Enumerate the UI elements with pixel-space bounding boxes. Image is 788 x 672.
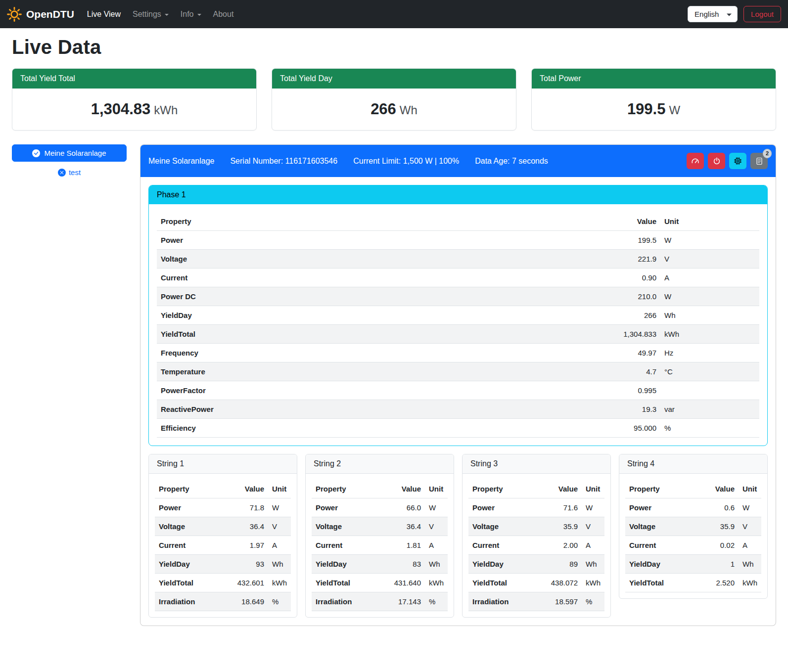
phase-body: Property Value Unit Power bbox=[149, 204, 767, 446]
string-title: String 1 bbox=[149, 454, 297, 474]
row-unit: % bbox=[425, 592, 448, 611]
nav-item-settings[interactable]: Settings bbox=[127, 6, 175, 23]
phase-table-body: Power 199.5 W Voltage 221.9 V bbox=[157, 231, 759, 438]
table-row: Current 1.97 A bbox=[155, 536, 291, 555]
brand-name: OpenDTU bbox=[26, 8, 74, 20]
row-value: 71.6 bbox=[543, 498, 582, 517]
string-table: Property Value Unit Power 0.6 bbox=[625, 480, 761, 592]
page-title: Live Data bbox=[12, 36, 776, 58]
row-value: 2.00 bbox=[543, 536, 582, 555]
string-card-4: String 4 Property Value Unit bbox=[619, 454, 768, 599]
string-title: String 2 bbox=[306, 454, 454, 474]
table-row: YieldDay 89 Wh bbox=[468, 555, 604, 574]
table-row: YieldDay 83 Wh bbox=[312, 555, 448, 574]
summary-card: Total Power 199.5W bbox=[531, 68, 776, 131]
row-unit: °C bbox=[660, 362, 759, 381]
row-value: 221.9 bbox=[601, 250, 660, 269]
table-row: Power DC 210.0 W bbox=[157, 287, 759, 306]
row-value: 2.520 bbox=[700, 574, 739, 592]
row-value: 18.649 bbox=[230, 592, 268, 611]
row-value: 17.143 bbox=[386, 592, 425, 611]
logout-button[interactable]: Logout bbox=[743, 6, 781, 22]
language-select[interactable]: English bbox=[688, 6, 738, 22]
row-property: Power bbox=[312, 498, 386, 517]
row-value: 83 bbox=[386, 555, 425, 574]
table-row: Power 0.6 W bbox=[625, 498, 761, 517]
row-property: YieldTotal bbox=[155, 574, 230, 592]
row-value: 266 bbox=[601, 306, 660, 325]
row-unit: A bbox=[739, 536, 761, 555]
row-property: Temperature bbox=[157, 362, 601, 381]
row-value: 19.3 bbox=[601, 400, 660, 419]
row-property: YieldDay bbox=[468, 555, 543, 574]
col-property: Property bbox=[157, 212, 601, 231]
summary-unit: W bbox=[669, 103, 680, 117]
row-unit: A bbox=[582, 536, 604, 555]
table-header-row: Property Value Unit bbox=[312, 480, 448, 498]
row-unit: W bbox=[582, 498, 604, 517]
row-property: YieldDay bbox=[157, 306, 601, 325]
table-row: YieldTotal 2.520 kWh bbox=[625, 574, 761, 592]
row-unit: W bbox=[660, 231, 759, 250]
summary-cards-row: Total Yield Total 1,304.83kWh Total Yiel… bbox=[12, 68, 776, 131]
row-property: YieldTotal bbox=[468, 574, 543, 592]
row-unit: Wh bbox=[582, 555, 604, 574]
row-value: 49.97 bbox=[601, 344, 660, 362]
nav-item-about[interactable]: About bbox=[207, 6, 240, 23]
row-property: Irradiation bbox=[468, 592, 543, 611]
table-row: Irradiation 17.143 % bbox=[312, 592, 448, 611]
row-value: 1,304.833 bbox=[601, 325, 660, 344]
row-property: Voltage bbox=[468, 517, 543, 536]
nav-item-info[interactable]: Info bbox=[175, 6, 207, 23]
row-unit: kWh bbox=[739, 574, 761, 592]
row-value: 89 bbox=[543, 555, 582, 574]
chevron-down-icon bbox=[197, 14, 201, 16]
device-info-button[interactable] bbox=[729, 153, 746, 169]
summary-card-body: 266Wh bbox=[272, 89, 516, 130]
nav-item-live-view[interactable]: Live View bbox=[81, 6, 127, 23]
row-value: 438.072 bbox=[543, 574, 582, 592]
table-row: Irradiation 18.597 % bbox=[468, 592, 604, 611]
row-property: Voltage bbox=[155, 517, 230, 536]
row-unit: Wh bbox=[268, 555, 291, 574]
string-table: Property Value Unit Power 71. bbox=[155, 480, 291, 611]
row-unit: Wh bbox=[425, 555, 448, 574]
row-unit: V bbox=[268, 517, 291, 536]
inverter-card-header: Meine Solaranlage Serial Number: 1161716… bbox=[140, 145, 776, 177]
row-property: YieldTotal bbox=[625, 574, 700, 592]
col-unit: Unit bbox=[425, 480, 448, 498]
row-unit: W bbox=[660, 287, 759, 306]
row-unit: kWh bbox=[660, 325, 759, 344]
limit-settings-button[interactable] bbox=[687, 153, 704, 169]
row-value: 0.995 bbox=[601, 381, 660, 400]
inverter-select-button[interactable]: Meine Solaranlage bbox=[12, 144, 127, 162]
top-navbar: OpenDTU Live View Settings Info About En… bbox=[0, 0, 788, 28]
row-value: 36.4 bbox=[386, 517, 425, 536]
row-unit: V bbox=[739, 517, 761, 536]
row-property: YieldDay bbox=[312, 555, 386, 574]
row-unit: W bbox=[739, 498, 761, 517]
row-property: Current bbox=[625, 536, 700, 555]
col-value: Value bbox=[700, 480, 739, 498]
row-property: Power bbox=[155, 498, 230, 517]
string-card-2: String 2 Property Value Unit bbox=[305, 454, 454, 618]
col-property: Property bbox=[155, 480, 230, 498]
chevron-down-icon bbox=[165, 14, 169, 16]
power-button[interactable] bbox=[708, 153, 725, 169]
row-unit: A bbox=[268, 536, 291, 555]
brand[interactable]: OpenDTU bbox=[7, 7, 74, 22]
row-property: Frequency bbox=[157, 344, 601, 362]
event-log-button[interactable]: 2 bbox=[750, 153, 768, 169]
table-header-row: Property Value Unit bbox=[155, 480, 291, 498]
col-property: Property bbox=[312, 480, 386, 498]
row-property: YieldDay bbox=[155, 555, 230, 574]
col-value: Value bbox=[386, 480, 425, 498]
row-unit: % bbox=[660, 419, 759, 438]
power-icon bbox=[713, 157, 721, 165]
inverter-item-test[interactable]: test bbox=[12, 168, 127, 177]
table-row: Efficiency 95.000 % bbox=[157, 419, 759, 438]
row-unit: Wh bbox=[660, 306, 759, 325]
row-property: Voltage bbox=[157, 250, 601, 269]
row-property: Irradiation bbox=[312, 592, 386, 611]
table-row: Temperature 4.7 °C bbox=[157, 362, 759, 381]
